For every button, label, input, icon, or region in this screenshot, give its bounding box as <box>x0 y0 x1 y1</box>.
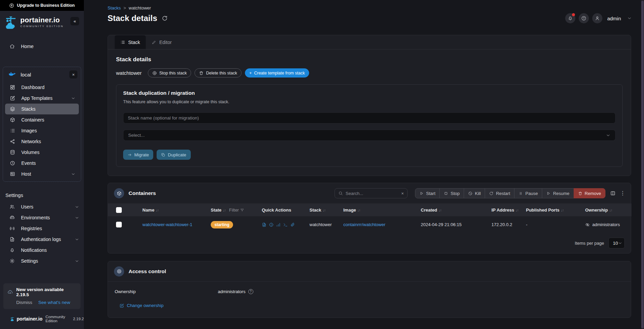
environment-close-button[interactable]: × <box>69 70 77 79</box>
database-icon <box>10 150 15 155</box>
sidebar-item-networks[interactable]: Networks <box>5 136 79 147</box>
sidebar-item-volumes[interactable]: Volumes <box>5 147 79 158</box>
create-template-button[interactable]: + Create template from stack <box>245 68 309 78</box>
column-header-created[interactable]: Created↓↑ <box>415 203 485 216</box>
column-header-ownership[interactable]: Ownership↓↑ <box>579 203 631 216</box>
sidebar-item-settings[interactable]: Settings <box>0 256 84 266</box>
tab-stack[interactable]: Stack <box>115 35 146 49</box>
sidebar-item-dashboard[interactable]: Dashboard <box>5 82 79 93</box>
environment-select[interactable]: Select... <box>123 130 616 141</box>
items-per-page-select[interactable]: 10 <box>608 238 625 248</box>
stack-details-heading: Stack details <box>116 56 623 63</box>
clock-icon <box>10 160 15 166</box>
link-label: Change ownership <box>127 303 163 308</box>
sidebar-item-containers[interactable]: Containers <box>5 114 79 125</box>
search-input[interactable] <box>346 191 398 196</box>
sort-icon: ↓↑ <box>323 208 326 212</box>
kebab-menu-icon[interactable]: ⋮ <box>620 191 625 196</box>
logs-icon[interactable] <box>262 222 267 227</box>
stack-name: watchtower <box>116 70 142 76</box>
state-filter-button[interactable]: Filter <box>229 207 239 213</box>
start-button[interactable]: Start <box>415 188 440 198</box>
duplicate-button[interactable]: Duplicate <box>157 150 190 160</box>
columns-icon[interactable] <box>610 191 616 196</box>
column-header-ports[interactable]: Published Ports↓↑ <box>520 203 579 216</box>
search-icon <box>338 191 343 196</box>
sidebar-item-label: Home <box>21 44 33 49</box>
environment-header[interactable]: local × <box>3 67 81 82</box>
chevron-down-icon <box>75 237 79 242</box>
tab-editor[interactable]: Editor <box>146 35 178 49</box>
stats-icon[interactable] <box>276 222 281 227</box>
breadcrumb-stacks-link[interactable]: Stacks <box>108 5 121 10</box>
button-label: Kill <box>475 191 481 196</box>
network-icon <box>10 139 15 144</box>
sidebar-item-environments[interactable]: Environments <box>0 212 84 223</box>
footer-edition: Community Edition <box>46 315 71 323</box>
delete-stack-button[interactable]: Delete this stack <box>194 68 242 78</box>
console-icon[interactable] <box>283 222 288 227</box>
close-icon: × <box>72 72 75 77</box>
broadcast-icon <box>9 226 15 231</box>
sidebar-collapse-button[interactable]: « <box>70 17 79 25</box>
resume-button[interactable]: Resume <box>542 188 574 198</box>
row-checkbox[interactable] <box>116 222 122 227</box>
help-icon: ? <box>248 289 253 294</box>
filter-funnel-icon[interactable] <box>240 208 244 212</box>
pause-button[interactable]: Pause <box>514 188 542 198</box>
scrollbar-thumb[interactable] <box>641 1 644 328</box>
inspect-info-icon[interactable] <box>269 222 274 227</box>
change-ownership-link[interactable]: Change ownership <box>119 303 163 308</box>
column-header-stack[interactable]: Stack↓↑ <box>303 203 337 216</box>
select-all-checkbox[interactable] <box>116 207 122 213</box>
brand-name: portainer.io <box>20 16 64 24</box>
clear-search-icon[interactable]: × <box>401 191 404 196</box>
ownership-cell: administrators <box>585 222 631 227</box>
sidebar-item-users[interactable]: Users <box>0 201 84 212</box>
stack-name-input[interactable] <box>123 112 616 124</box>
stop-button[interactable]: Stop <box>439 188 464 198</box>
sidebar-item-app-templates[interactable]: App Templates <box>5 93 79 104</box>
see-whats-new-link[interactable]: See what's new <box>38 300 70 305</box>
kill-button[interactable]: Kill <box>464 188 485 198</box>
sidebar-item-stacks[interactable]: Stacks <box>5 104 79 114</box>
sidebar-item-label: Stacks <box>21 106 36 112</box>
restart-button[interactable]: Restart <box>485 188 514 198</box>
container-name-link[interactable]: watchtower-watchtower-1 <box>142 222 192 227</box>
slash-circle-icon <box>468 191 473 196</box>
sidebar-item-home[interactable]: Home <box>0 40 84 52</box>
notifications-button[interactable] <box>565 13 575 23</box>
button-label: Restart <box>496 191 510 196</box>
settings-section-label: Settings <box>5 193 84 198</box>
sidebar-item-host[interactable]: Host <box>5 169 79 179</box>
stop-stack-button[interactable]: Stop this stack <box>148 68 191 78</box>
remove-button[interactable]: Remove <box>574 188 605 198</box>
column-header-image[interactable]: Image↓↑ <box>337 203 415 216</box>
page-scrollbar[interactable] <box>641 0 644 329</box>
user-menu-button[interactable] <box>592 13 602 23</box>
sidebar-item-notifications[interactable]: Notifications <box>0 245 84 256</box>
attach-icon[interactable] <box>290 222 295 227</box>
image-link[interactable]: containrrr/watchtower <box>343 222 385 227</box>
trash-icon <box>199 71 204 75</box>
state-badge: starting <box>211 221 233 228</box>
column-header-ip[interactable]: IP Address↓↑ <box>485 203 520 216</box>
environment-box: local × Dashboard App Templates Stacks C… <box>3 67 81 182</box>
column-header-state[interactable]: State↓↑Filter <box>205 203 256 216</box>
sidebar-item-registries[interactable]: Registries <box>0 223 84 234</box>
sidebar-item-label: Authentication logs <box>21 237 61 242</box>
upgrade-banner[interactable]: Upgrade to Business Edition <box>0 0 84 11</box>
select-placeholder: Select... <box>128 133 145 138</box>
sidebar-item-images[interactable]: Images <box>5 125 79 136</box>
help-button[interactable] <box>579 13 589 23</box>
table-header-row: Name↓↑ State↓↑Filter Quick Actions Stack… <box>108 203 631 216</box>
sidebar-item-label: Networks <box>21 139 41 144</box>
brand-edition: COMMUNITY EDITION <box>20 25 64 28</box>
sidebar-item-authentication-logs[interactable]: Authentication logs <box>0 234 84 245</box>
dismiss-button[interactable]: Dismiss <box>16 300 32 305</box>
migrate-button[interactable]: Migrate <box>123 150 153 160</box>
column-header-name[interactable]: Name↓↑ <box>136 203 205 216</box>
refresh-icon[interactable] <box>162 15 168 21</box>
sidebar-item-events[interactable]: Events <box>5 158 79 169</box>
user-chevron-down-icon[interactable] <box>627 16 632 21</box>
